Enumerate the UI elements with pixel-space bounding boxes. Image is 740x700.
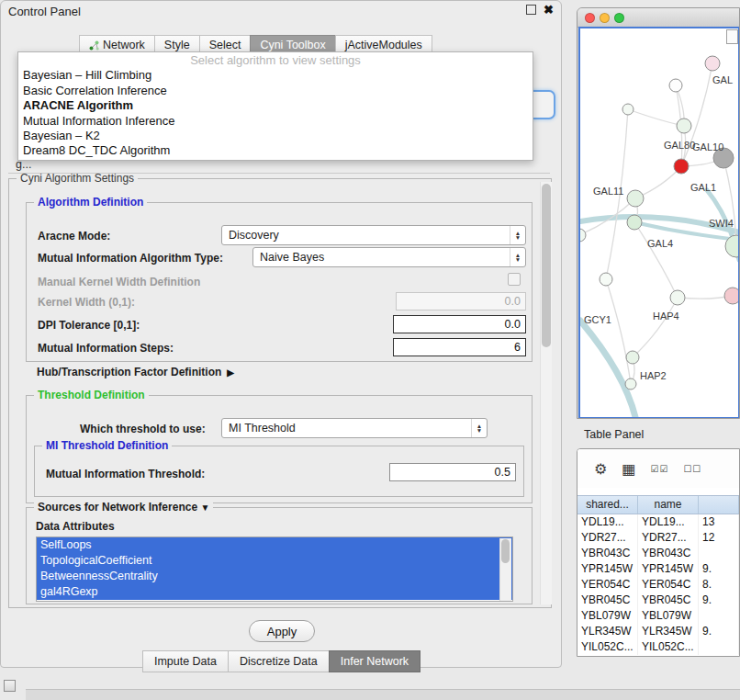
algorithm-option[interactable]: Bayesian – Hill Climbing [18, 68, 533, 83]
sources-group-title[interactable]: Sources for Network Inference ▼ [34, 501, 213, 514]
table-cell: YDL19... [577, 514, 638, 530]
table-toolbar: ⚙▦☑☑☐☐ [577, 449, 739, 488]
column-header-name[interactable]: name [638, 496, 699, 514]
network-node[interactable] [580, 229, 586, 242]
attribute-item[interactable]: TopologicalCoefficient [37, 553, 512, 569]
birdseye-toggle-icon[interactable] [726, 29, 738, 44]
hub-definition-toggle[interactable]: Hub/Transcription Factor Definition ▶ [37, 366, 234, 378]
traffic-lights [585, 13, 624, 23]
network-node[interactable] [674, 159, 689, 174]
table-row[interactable]: YER054CYER054C8. [577, 577, 739, 593]
table-row[interactable]: YBR045CYBR045C9. [577, 593, 739, 608]
bottom-tab-infer-network[interactable]: Infer Network [329, 650, 420, 672]
aracne-mode-value: Discovery [229, 229, 279, 242]
aracne-mode-label: Aracne Mode: [38, 230, 110, 243]
select-all-icon[interactable]: ☑☑ [650, 464, 668, 474]
panel-title: Control Panel [8, 5, 81, 18]
popup-placeholder: Select algorithm to view settings [18, 53, 533, 68]
bottom-tab-discretize-data[interactable]: Discretize Data [228, 650, 330, 672]
algorithm-option[interactable]: Basic Correlation Inference [18, 84, 533, 98]
network-icon [89, 40, 99, 51]
table-cell: YDR27... [577, 530, 638, 546]
data-attributes-label: Data Attributes [36, 520, 115, 533]
table-cell: YBR045C [577, 593, 638, 608]
network-node[interactable] [670, 290, 685, 305]
apply-button[interactable]: Apply [249, 620, 315, 642]
close-light-icon[interactable] [585, 13, 595, 23]
minimize-light-icon[interactable] [600, 13, 610, 23]
algorithm-option[interactable]: Bayesian – K2 [18, 129, 533, 143]
column-header-extra[interactable] [699, 496, 739, 514]
tab-label: jActiveModules [345, 39, 422, 51]
stepper-arrows-icon: ▲▼ [510, 248, 525, 266]
table-row[interactable]: YDR27...YDR27...12 [577, 530, 739, 546]
which-threshold-combo[interactable]: MI Threshold ▲▼ [221, 418, 488, 438]
network-node[interactable] [677, 119, 691, 133]
network-node[interactable] [626, 351, 639, 364]
column-header-shared[interactable]: shared... [577, 496, 638, 514]
table-cell: 12 [699, 530, 739, 546]
network-canvas[interactable]: GALGAL80GAL10GAL11GAL1SWI4GAL4GCY1HAP4HA… [578, 27, 740, 419]
table-cell: YDR27... [638, 530, 699, 546]
list-scrollbar[interactable] [499, 538, 511, 602]
data-attributes-listbox: SelfLoopsTopologicalCoefficientBetweenne… [36, 536, 513, 602]
network-node[interactable] [669, 79, 682, 92]
bottom-tab-impute-data[interactable]: Impute Data [142, 650, 229, 672]
cyni-settings-title: Cyni Algorithm Settings [17, 172, 138, 185]
table-row[interactable]: YBR043CYBR043C [577, 546, 739, 561]
close-icon[interactable]: ✖ [544, 5, 554, 15]
attribute-item[interactable]: gal4RGexp [37, 584, 512, 600]
table-row[interactable]: YLR345WYLR345W9. [577, 624, 739, 639]
algorithm-option[interactable]: ARACNE Algorithm [18, 98, 533, 113]
algorithm-option[interactable]: Mutual Information Inference [18, 114, 533, 129]
network-node[interactable] [622, 104, 633, 115]
network-node[interactable] [627, 215, 642, 230]
network-node[interactable] [724, 288, 738, 304]
mi-type-combo[interactable]: Naive Bayes ▲▼ [252, 247, 526, 267]
algorithm-definition-group: Algorithm Definition Aracne Mode: Discov… [26, 202, 533, 362]
table-row[interactable]: YBL079WYBL079W [577, 608, 739, 624]
deselect-all-icon[interactable]: ☐☐ [683, 464, 701, 474]
network-view-window: GALGAL80GAL10GAL11GAL1SWI4GAL4GCY1HAP4HA… [577, 7, 740, 419]
attribute-item[interactable]: BetweennessCentrality [37, 569, 512, 584]
network-node-label: GAL80 [664, 140, 695, 151]
expand-triangle-icon: ▶ [227, 367, 234, 378]
table-row[interactable]: YDL19...YDL19...13 [577, 514, 739, 530]
kernel-width-field [396, 292, 526, 310]
algorithm-option[interactable]: Dream8 DC_TDC Algorithm [18, 143, 533, 158]
zoom-light-icon[interactable] [614, 13, 624, 23]
network-edge [633, 298, 678, 357]
tab-label: Style [164, 39, 190, 51]
network-node-label: HAP4 [653, 310, 679, 322]
table-cell: YDL19... [638, 514, 699, 530]
settings-scrollbar[interactable] [540, 182, 552, 604]
panel-toggle-icon[interactable] [4, 680, 16, 692]
table-cell [699, 546, 739, 561]
mi-threshold-field[interactable] [389, 463, 516, 481]
network-node[interactable] [705, 56, 720, 71]
table-row[interactable]: YPR145WYPR145W9. [577, 561, 739, 577]
network-window-titlebar[interactable] [577, 8, 739, 28]
float-window-icon[interactable] [526, 5, 536, 15]
table-row[interactable]: YIL052C...YIL052C... [577, 639, 739, 655]
table-cell: 9. [699, 593, 739, 608]
network-node[interactable] [627, 190, 644, 207]
mi-threshold-group-title: MI Threshold Definition [42, 439, 172, 452]
mi-steps-field[interactable] [393, 338, 526, 356]
gear-icon[interactable]: ⚙ [594, 460, 607, 478]
network-node[interactable] [600, 273, 612, 286]
stepper-arrows-icon: ▲▼ [471, 419, 487, 437]
dpi-tolerance-field[interactable] [393, 315, 526, 333]
network-edge [628, 109, 684, 126]
table-cell: YPR145W [577, 561, 638, 577]
attribute-item[interactable]: SelfLoops [37, 537, 512, 553]
aracne-mode-combo[interactable]: Discovery ▲▼ [221, 225, 526, 245]
kernel-width-label: Kernel Width (0,1): [38, 296, 135, 309]
table-rows: YDL19...YDL19...13YDR27...YDR27...12YBR0… [577, 514, 739, 655]
columns-icon[interactable]: ▦ [622, 460, 635, 478]
dpi-tolerance-label: DPI Tolerance [0,1]: [38, 319, 140, 332]
network-node[interactable] [625, 378, 636, 390]
mi-type-value: Naive Bayes [260, 251, 324, 264]
table-cell: YLR345W [638, 624, 699, 639]
algorithm-popup: Select algorithm to view settings Bayesi… [17, 51, 533, 161]
